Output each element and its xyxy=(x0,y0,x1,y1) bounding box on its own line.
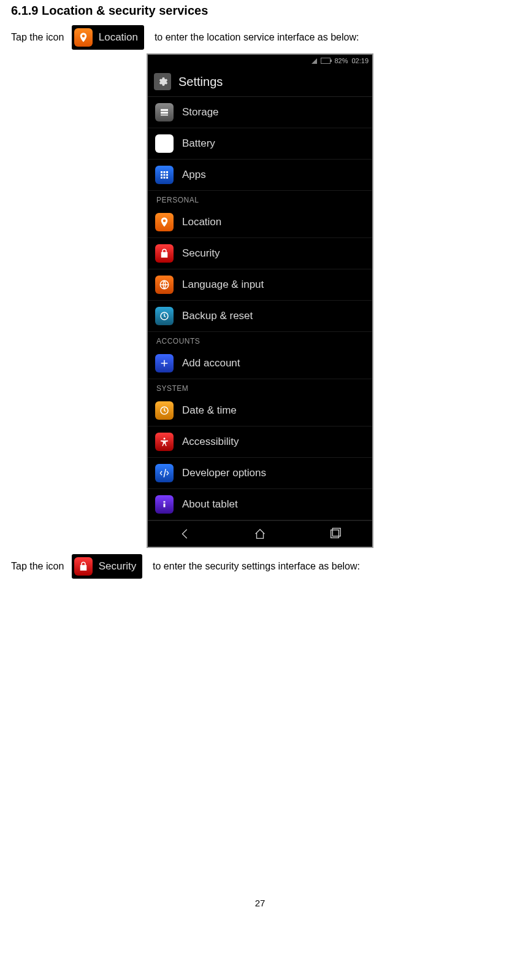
signal-icon xyxy=(312,58,317,64)
settings-item-add-account[interactable]: Add account xyxy=(148,348,372,379)
battery-percent: 82% xyxy=(334,57,348,64)
svg-rect-1 xyxy=(161,112,168,114)
svg-rect-10 xyxy=(164,177,166,179)
security-chip-label: Security xyxy=(99,560,136,573)
nav-recent-button[interactable] xyxy=(323,526,347,542)
date-time-icon xyxy=(155,401,174,420)
instruction-line-security: Tap the icon Security to enter the secur… xyxy=(11,554,509,579)
about-icon xyxy=(155,495,174,514)
settings-item-label: Security xyxy=(182,247,220,260)
settings-item-label: Language & input xyxy=(182,279,264,291)
settings-item-security[interactable]: Security xyxy=(148,238,372,269)
settings-item-location[interactable]: Location xyxy=(148,207,372,238)
svg-rect-8 xyxy=(166,174,168,176)
security-icon xyxy=(74,557,93,576)
settings-item-apps[interactable]: Apps xyxy=(148,160,372,191)
settings-item-accessibility[interactable]: Accessibility xyxy=(148,426,372,458)
text: to enter the security settings interface… xyxy=(147,561,360,572)
settings-item-language[interactable]: Language & input xyxy=(148,269,372,301)
settings-item-label: Developer options xyxy=(182,467,266,479)
location-chip: Location xyxy=(72,25,144,50)
svg-rect-3 xyxy=(161,171,162,173)
svg-rect-7 xyxy=(164,174,166,176)
settings-item-label: Accessibility xyxy=(182,436,239,448)
clock: 02:19 xyxy=(351,57,369,64)
svg-point-15 xyxy=(164,438,166,439)
battery-icon xyxy=(321,58,331,64)
location-chip-label: Location xyxy=(99,31,138,44)
nav-back-button[interactable] xyxy=(173,526,197,542)
settings-item-about[interactable]: About tablet xyxy=(148,489,372,520)
gear-icon xyxy=(154,73,171,90)
settings-item-label: Battery xyxy=(182,137,215,150)
developer-icon xyxy=(155,464,174,482)
security-chip: Security xyxy=(72,554,142,579)
svg-rect-2 xyxy=(161,115,168,116)
section-heading: 6.1.9 Location & security services xyxy=(11,4,509,18)
settings-header: Settings xyxy=(148,67,372,97)
settings-item-label: Date & time xyxy=(182,404,237,417)
page-number: 27 xyxy=(11,898,509,920)
settings-item-storage[interactable]: Storage xyxy=(148,97,372,128)
svg-rect-11 xyxy=(166,177,168,179)
settings-item-label: Apps xyxy=(182,169,206,181)
svg-rect-16 xyxy=(164,504,166,507)
security-icon xyxy=(155,244,174,263)
location-icon xyxy=(74,28,93,47)
svg-rect-4 xyxy=(164,171,166,173)
nav-home-button[interactable] xyxy=(248,526,272,542)
settings-item-label: Add account xyxy=(182,357,240,369)
instruction-line-location: Tap the icon Location to enter the locat… xyxy=(11,25,509,50)
phone-screenshot: 82% 02:19 Settings Storage Battery xyxy=(147,53,373,548)
text: Tap the icon xyxy=(11,32,67,43)
backup-icon xyxy=(155,307,174,325)
settings-item-label: Storage xyxy=(182,106,219,118)
accessibility-icon xyxy=(155,433,174,451)
svg-rect-18 xyxy=(331,530,339,538)
add-account-icon xyxy=(155,354,174,372)
settings-item-label: Location xyxy=(182,216,221,228)
category-accounts: ACCOUNTS xyxy=(148,332,372,348)
text: to enter the location service interface … xyxy=(149,32,359,43)
settings-item-battery[interactable]: Battery xyxy=(148,128,372,160)
category-personal: PERSONAL xyxy=(148,191,372,207)
apps-icon xyxy=(155,166,174,184)
settings-title: Settings xyxy=(178,75,223,89)
category-system: SYSTEM xyxy=(148,379,372,395)
status-bar: 82% 02:19 xyxy=(148,55,372,67)
battery-icon xyxy=(155,134,174,153)
settings-item-backup[interactable]: Backup & reset xyxy=(148,301,372,332)
location-icon xyxy=(155,213,174,231)
svg-rect-0 xyxy=(161,109,168,111)
svg-rect-6 xyxy=(161,174,162,176)
settings-item-developer[interactable]: Developer options xyxy=(148,458,372,489)
language-icon xyxy=(155,276,174,294)
svg-rect-17 xyxy=(164,501,166,503)
settings-item-label: About tablet xyxy=(182,498,238,511)
nav-bar xyxy=(148,520,372,547)
settings-item-date-time[interactable]: Date & time xyxy=(148,395,372,426)
settings-item-label: Backup & reset xyxy=(182,310,253,322)
svg-rect-9 xyxy=(161,177,162,179)
svg-rect-19 xyxy=(332,528,340,536)
storage-icon xyxy=(155,103,174,122)
text: Tap the icon xyxy=(11,561,67,572)
svg-rect-5 xyxy=(166,171,168,173)
